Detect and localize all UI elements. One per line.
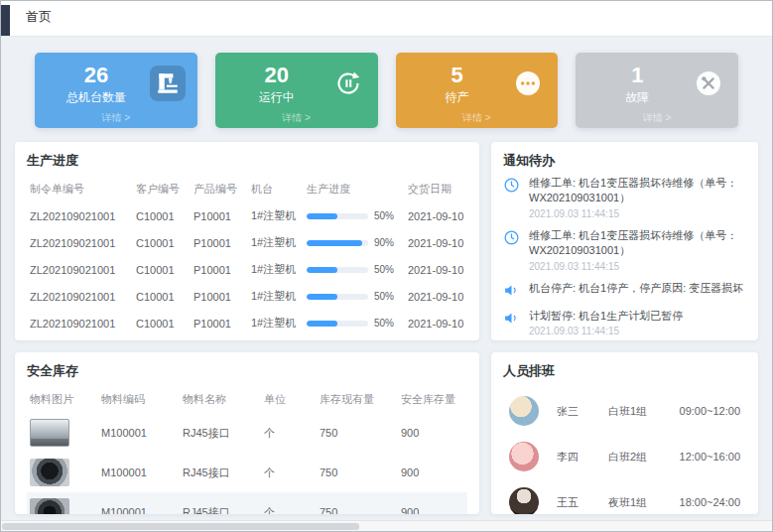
progress-bar [307, 321, 368, 327]
notification-text: 计划暂停: 机台1生产计划已暂停 [529, 309, 683, 324]
cell-progress: 90% [304, 229, 405, 256]
table-row: M100001 RJ45接口 个 750 900 [27, 492, 467, 514]
cell-customer: C10001 [133, 310, 191, 336]
material-photo [30, 419, 69, 447]
progress-bar [307, 213, 368, 219]
progress-bar [307, 267, 368, 273]
stat-label: 运行中 [229, 89, 324, 106]
notification-item[interactable]: 机台停产: 机台1停产，停产原因: 变压器损坏 [503, 281, 746, 300]
cell-unit: 个 [261, 413, 317, 453]
cell-product: P10001 [191, 229, 248, 256]
panels-grid: 生产进度 制令单编号 客户编号 产品编号 机台 生产进度 交货日期 [15, 142, 758, 514]
cell-material-code: M100001 [98, 453, 180, 492]
progress-bar-fill [307, 321, 337, 327]
notification-item[interactable]: 计划暂停: 机台1生产计划已暂停 2021.09.03 11:44:15 [503, 309, 746, 336]
machine-icon [150, 66, 186, 101]
stat-value: 20 [229, 64, 324, 86]
stat-value: 5 [410, 64, 505, 86]
stat-label: 总机台数量 [49, 89, 144, 106]
column-header: 物料图片 [27, 386, 98, 413]
cell-order: ZL202109021001 [27, 310, 133, 336]
panel-notifications: 通知待办 维修工单: 机台1变压器损坏待维修（单号：WX202109031001… [491, 142, 758, 340]
cell-material-name: RJ45接口 [180, 453, 261, 492]
table-row: ZL202109021001 C10001 P10001 1#注塑机 50% 2… [27, 283, 467, 310]
stat-card-standby[interactable]: 5 待产 详情 > [396, 53, 559, 128]
notification-item[interactable]: 维修工单: 机台1变压器损坏待维修（单号：WX202109031001） 202… [503, 228, 746, 272]
column-header: 安全库存量 [398, 386, 467, 413]
cell-stock: 750 [317, 492, 398, 514]
person-name: 张三 [557, 404, 608, 419]
notification-time: 2021.09.03 11:44:15 [529, 261, 746, 272]
table-row: ZL202109021001 C10001 P10001 1#注塑机 50% 2… [27, 256, 467, 283]
stat-card-total-machines[interactable]: 26 总机台数量 详情 > [35, 53, 197, 128]
cell-order: ZL202109021001 [27, 256, 133, 283]
cell-progress: 50% [304, 310, 405, 336]
detail-link[interactable]: 详情 > [396, 111, 559, 125]
shift-time: 09:00~12:00 [680, 405, 740, 417]
stat-card-text: 26 总机台数量 [49, 64, 144, 106]
progress-bar [307, 240, 368, 246]
clock-icon [503, 229, 521, 247]
column-header: 制令单编号 [27, 176, 133, 202]
production-table: 制令单编号 客户编号 产品编号 机台 生产进度 交货日期 ZL202109021… [27, 176, 467, 336]
tab-home[interactable]: 首页 [10, 8, 67, 36]
detail-link[interactable]: 详情 > [35, 111, 197, 125]
standby-icon [510, 66, 546, 101]
sidebar-edge [1, 5, 10, 36]
scrollbar-thumb[interactable] [2, 523, 359, 530]
cell-stock: 750 [317, 413, 398, 453]
shift-label: 夜班1组 [608, 495, 680, 510]
panel-safety-stock: 安全库存 物料图片 物料编码 物料名称 单位 库存现有量 安全库存量 [15, 352, 479, 514]
horizontal-scrollbar[interactable] [1, 520, 772, 531]
progress-percent: 50% [374, 291, 394, 302]
table-row: ZL202109021001 C10001 P10001 1#注塑机 50% 2… [27, 310, 467, 336]
cell-stock: 750 [317, 453, 398, 492]
cell-machine: 1#注塑机 [248, 202, 304, 229]
clock-icon [503, 177, 521, 195]
cell-progress: 50% [304, 202, 405, 229]
column-header: 库存现有量 [317, 386, 398, 413]
fault-icon [691, 66, 726, 101]
schedule-row: 李四 白班2组 12:00~16:00 [509, 442, 740, 471]
stat-card-fault[interactable]: 1 故障 详情 > [576, 53, 738, 128]
progress-bar-fill [307, 240, 362, 246]
person-name: 李四 [557, 450, 608, 465]
shift-label: 白班1组 [608, 404, 680, 419]
cell-safety-stock: 900 [398, 413, 467, 453]
stat-card-running[interactable]: 20 运行中 详情 > [215, 53, 378, 128]
cell-material-code: M100001 [98, 413, 180, 453]
cell-customer: C10001 [133, 256, 191, 283]
notification-time: 2021.09.03 11:44:15 [529, 208, 746, 219]
inventory-table: 物料图片 物料编码 物料名称 单位 库存现有量 安全库存量 M100001 R [27, 386, 467, 514]
cell-material-image [27, 453, 98, 492]
panel-title: 生产进度 [27, 152, 467, 170]
cell-customer: C10001 [133, 202, 191, 229]
column-header: 机台 [248, 176, 304, 202]
cell-material-code: M100001 [98, 492, 180, 514]
cell-material-name: RJ45接口 [180, 413, 261, 453]
panel-title: 通知待办 [503, 152, 746, 170]
notification-item[interactable]: 维修工单: 机台1变压器损坏待维修（单号：WX202109031001） 202… [503, 176, 746, 219]
stat-label: 故障 [589, 89, 685, 106]
table-row: ZL202109021001 C10001 P10001 1#注塑机 90% 2… [27, 229, 467, 256]
speaker-icon [503, 310, 521, 328]
detail-link[interactable]: 详情 > [215, 111, 378, 125]
shift-label: 白班2组 [608, 450, 680, 465]
panel-title: 安全库存 [27, 362, 467, 380]
app-window: 首页 26 总机台数量 [0, 0, 773, 532]
cell-product: P10001 [191, 202, 248, 229]
panel-title: 人员排班 [503, 362, 746, 380]
shift-time: 18:00~24:00 [680, 496, 740, 508]
speaker-icon [503, 282, 521, 300]
avatar [509, 487, 539, 514]
cell-order: ZL202109021001 [27, 283, 133, 310]
person-name: 王五 [557, 495, 608, 510]
column-header: 生产进度 [304, 176, 405, 202]
top-tab-bar: 首页 [1, 1, 772, 37]
detail-link[interactable]: 详情 > [576, 111, 738, 125]
progress-percent: 50% [374, 264, 394, 275]
progress-bar-fill [307, 294, 337, 300]
cell-order: ZL202109021001 [27, 229, 133, 256]
avatar [509, 442, 539, 471]
cell-material-image [27, 413, 98, 453]
